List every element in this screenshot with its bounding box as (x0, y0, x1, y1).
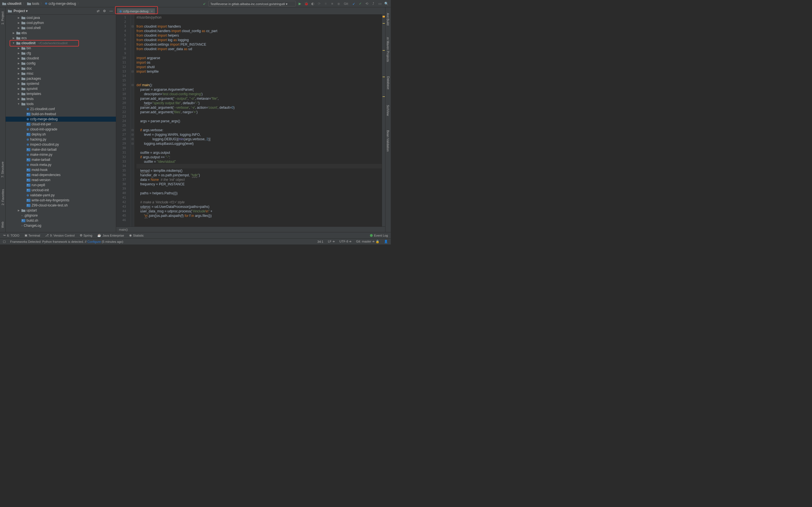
marker[interactable] (383, 50, 385, 51)
tree-item[interactable]: ▶packages (6, 76, 116, 81)
breadcrumb-item[interactable]: tools (27, 2, 39, 6)
tree-item[interactable]: ▶ecs (6, 36, 116, 41)
tree-item[interactable]: ▶bin (6, 46, 116, 51)
web-tool-button[interactable]: Web (1, 222, 4, 228)
tree-item[interactable]: ▫ChangeLog (6, 223, 116, 228)
build-icon[interactable]: ↙ (202, 1, 207, 6)
profile-icon[interactable]: ⟳ (317, 1, 321, 6)
tree-item[interactable]: ⊕hacking.py (6, 137, 116, 142)
line-separator[interactable]: LF ≑ (328, 240, 335, 243)
project-view-selector[interactable]: Project ▾ (13, 9, 28, 13)
tree-item[interactable]: ⊕21-cloudinit.conf (6, 107, 116, 112)
tree-item[interactable]: motd-hook (6, 167, 116, 172)
hide-icon[interactable]: — (109, 9, 114, 13)
tree-item[interactable]: ▶templates (6, 91, 116, 96)
breadcrumb-item[interactable]: ⊕ccfg-merge-debug (45, 2, 76, 6)
fold-gutter[interactable]: ⊟⊟⊟⊟⊟⊟⊟ (131, 15, 134, 226)
tree-item[interactable]: ⊕inspect-cloudinit.py (6, 142, 116, 147)
code-breadcrumb[interactable]: main() (116, 226, 385, 232)
tree-item[interactable]: read-dependencies (6, 172, 116, 177)
tree-item[interactable]: uncloud-init (6, 187, 116, 193)
tree-item[interactable]: ▶doc (6, 66, 116, 71)
tree-item[interactable]: ▼cloudinit~/Code/work/cloudinit (6, 41, 116, 46)
configure-link[interactable]: Configure (87, 240, 101, 243)
git-branch[interactable]: Git: master ≑ 🔒 (356, 240, 379, 243)
tree-item[interactable]: ▶cool.shell (6, 25, 116, 31)
tree-item[interactable]: build.sh (6, 218, 116, 223)
debug-icon[interactable]: 🐞 (304, 1, 308, 6)
marker[interactable] (383, 23, 385, 24)
maven-button[interactable]: m Maven Projects (387, 37, 390, 62)
bean-validation-button[interactable]: Bean Validation (387, 130, 390, 152)
vcs-commit-icon[interactable]: ✓ (358, 1, 363, 6)
gear-icon[interactable]: ⚙ (102, 9, 107, 13)
marker[interactable] (383, 96, 385, 97)
version-control-button[interactable]: ⎇ 9: Version Control (45, 233, 74, 237)
tree-item[interactable]: ⊕ccfg-merge-debug (6, 117, 116, 122)
tree-item[interactable]: run-pep8 (6, 182, 116, 187)
statistic-button[interactable]: ◉ Statistic (129, 233, 144, 237)
tree-item[interactable]: deploy.sh (6, 132, 116, 137)
tree-item[interactable]: ▶systemd (6, 81, 116, 86)
ant-build-button[interactable]: Ant Build (387, 13, 390, 25)
vcs-update-icon[interactable]: ↙ (352, 1, 356, 6)
caret-position[interactable]: 34:1 (317, 240, 323, 243)
inspection-profile[interactable]: 👤 (384, 240, 388, 243)
editor-tab[interactable]: ⊕ ccfg-merge-debug × (117, 8, 155, 14)
run-icon[interactable]: ▶ (297, 1, 302, 6)
project-tool-button[interactable]: 1: Project (1, 11, 4, 24)
code-text[interactable]: #!/usr/bin/python from cloudinit import … (134, 15, 382, 226)
tree-item[interactable]: ▫.gitignore (6, 213, 116, 218)
collapse-icon[interactable]: ⇄ (96, 9, 100, 13)
encoding[interactable]: UTF-8 ≑ (340, 240, 352, 243)
stop-icon[interactable]: ■ (330, 1, 335, 6)
line-gutter[interactable]: 1234567891011121314151617181920212223242… (116, 15, 131, 226)
java-ee-button[interactable]: ☕ Java Enterprise (97, 233, 124, 237)
tree-item[interactable]: ⊕make-mime.py (6, 152, 116, 157)
tree-item[interactable]: ▶cloudinit (6, 56, 116, 61)
tree-item[interactable]: ⊕cloud-init-upgrade (6, 127, 116, 132)
marker[interactable] (383, 76, 385, 77)
tree-item[interactable]: ▶sysvinit (6, 86, 116, 91)
breadcrumb-item[interactable]: cloudinit (2, 2, 21, 6)
project-tree[interactable]: ▶cool.java▶cool.python▶cool.shell▶ebs▶ec… (6, 15, 116, 232)
tree-item[interactable]: cloud-init-per (6, 122, 116, 127)
tree-item[interactable]: make-dist-tarball (6, 147, 116, 152)
tree-item[interactable]: ▼tools (6, 101, 116, 107)
profile2-icon[interactable]: ◉ (336, 1, 341, 6)
close-tab-icon[interactable]: × (151, 10, 153, 13)
tree-item[interactable]: make-tarball (6, 157, 116, 162)
tree-item[interactable]: ▶config (6, 61, 116, 66)
tree-item[interactable]: ▶ebs (6, 31, 116, 36)
sciview-button[interactable]: SciView (387, 105, 390, 116)
tree-item[interactable]: ▶cfg (6, 51, 116, 56)
attach-icon[interactable]: ≡ (323, 1, 328, 6)
code-area[interactable]: 1234567891011121314151617181920212223242… (116, 15, 385, 226)
tree-item[interactable]: ⊕validate-yaml.py (6, 193, 116, 198)
tree-item[interactable]: ▶cool.java (6, 15, 116, 20)
search-icon[interactable]: 🔍 (384, 1, 389, 6)
favorites-tool-button[interactable]: 2: Favorites (1, 189, 4, 205)
tree-item[interactable]: ▶upstart (6, 208, 116, 213)
structure-tool-button[interactable]: 7: Structure (1, 162, 4, 178)
database-button[interactable]: Database (387, 76, 390, 89)
tree-item[interactable]: read-version (6, 177, 116, 182)
terminal-button[interactable]: ▣ Terminal (24, 233, 40, 237)
tree-item[interactable]: ⊕mock-meta.py (6, 162, 116, 167)
tree-item[interactable]: write-ssh-key-fingerprints (6, 198, 116, 203)
vcs-push-icon[interactable]: ⤴ (371, 1, 375, 6)
tree-item[interactable]: ▶misc (6, 71, 116, 76)
run-config-selector[interactable]: TestReverse in gitlab.alibaba-inc.com/co… (208, 1, 296, 6)
tree-item[interactable]: build-on-freebsd (6, 112, 116, 117)
warning-marker[interactable] (383, 16, 385, 17)
vcs-history-icon[interactable]: ⟲ (364, 1, 369, 6)
spring-button[interactable]: ✿ Spring (80, 233, 93, 237)
event-log-button[interactable]: Event Log (370, 234, 388, 237)
coverage-icon[interactable]: ◐ (310, 1, 315, 6)
todo-button[interactable]: ≔ 6: TODO (3, 233, 19, 237)
ide-settings-icon[interactable]: ▭ (377, 1, 382, 6)
status-icon[interactable]: ▢ (3, 240, 6, 243)
tree-item[interactable]: ▶cool.python (6, 20, 116, 25)
tree-item[interactable]: Z99-cloud-locale-test.sh (6, 203, 116, 208)
tree-item[interactable]: ▶tests (6, 96, 116, 101)
